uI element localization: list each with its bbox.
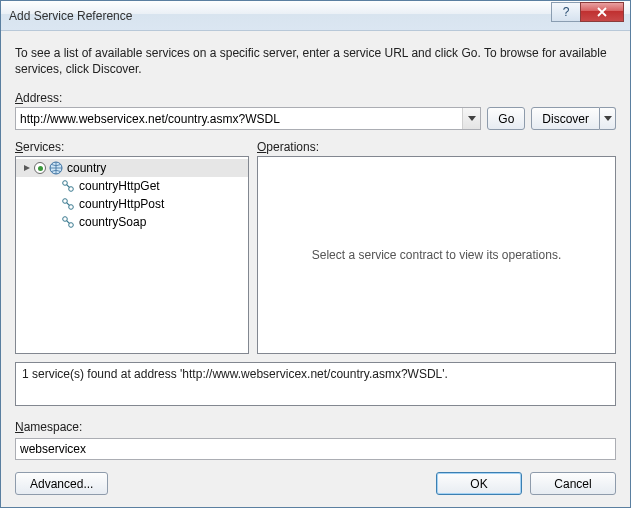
namespace-input[interactable] bbox=[15, 438, 616, 460]
dialog-body: To see a list of available services on a… bbox=[1, 31, 630, 507]
discover-dropdown-button[interactable] bbox=[600, 107, 616, 130]
status-panel: 1 service(s) found at address 'http://ww… bbox=[15, 362, 616, 406]
address-combobox[interactable] bbox=[15, 107, 481, 130]
services-tree[interactable]: country countryHttpGet countryHttpPost bbox=[15, 156, 249, 354]
expander-icon[interactable] bbox=[20, 163, 34, 173]
close-icon bbox=[597, 7, 607, 17]
chevron-down-icon bbox=[604, 116, 612, 121]
tree-node-child[interactable]: countryHttpGet bbox=[16, 177, 248, 195]
discover-button[interactable]: Discover bbox=[531, 107, 600, 130]
address-label: Address: bbox=[15, 91, 616, 105]
globe-icon bbox=[48, 160, 64, 176]
operations-label: Operations: bbox=[257, 140, 616, 154]
operations-placeholder: Select a service contract to view its op… bbox=[312, 248, 561, 262]
instruction-text: To see a list of available services on a… bbox=[15, 45, 616, 77]
help-icon: ? bbox=[561, 6, 571, 18]
go-button[interactable]: Go bbox=[487, 107, 525, 130]
tree-node-root[interactable]: country bbox=[16, 159, 248, 177]
advanced-button[interactable]: Advanced... bbox=[15, 472, 108, 495]
radio-selected-icon bbox=[34, 162, 46, 174]
status-text: 1 service(s) found at address 'http://ww… bbox=[22, 367, 448, 381]
svg-text:?: ? bbox=[563, 6, 570, 18]
window-title: Add Service Reference bbox=[9, 9, 552, 23]
close-button[interactable] bbox=[580, 2, 624, 22]
titlebar: Add Service Reference ? bbox=[1, 1, 630, 31]
ok-button[interactable]: OK bbox=[436, 472, 522, 495]
address-dropdown-button[interactable] bbox=[462, 108, 480, 129]
services-label: Services: bbox=[15, 140, 249, 154]
tree-node-label: countrySoap bbox=[79, 215, 146, 229]
tree-node-label: countryHttpPost bbox=[79, 197, 164, 211]
tree-node-label: countryHttpGet bbox=[79, 179, 160, 193]
endpoint-icon bbox=[60, 214, 76, 230]
endpoint-icon bbox=[60, 178, 76, 194]
chevron-down-icon bbox=[468, 116, 476, 121]
operations-panel: Select a service contract to view its op… bbox=[257, 156, 616, 354]
tree-node-child[interactable]: countryHttpPost bbox=[16, 195, 248, 213]
dialog-add-service-reference: Add Service Reference ? To see a list of… bbox=[0, 0, 631, 508]
address-input[interactable] bbox=[15, 107, 481, 130]
endpoint-icon bbox=[60, 196, 76, 212]
namespace-label: Namespace: bbox=[15, 420, 616, 434]
cancel-button[interactable]: Cancel bbox=[530, 472, 616, 495]
tree-node-child[interactable]: countrySoap bbox=[16, 213, 248, 231]
tree-node-label: country bbox=[67, 161, 106, 175]
help-button[interactable]: ? bbox=[551, 2, 581, 22]
